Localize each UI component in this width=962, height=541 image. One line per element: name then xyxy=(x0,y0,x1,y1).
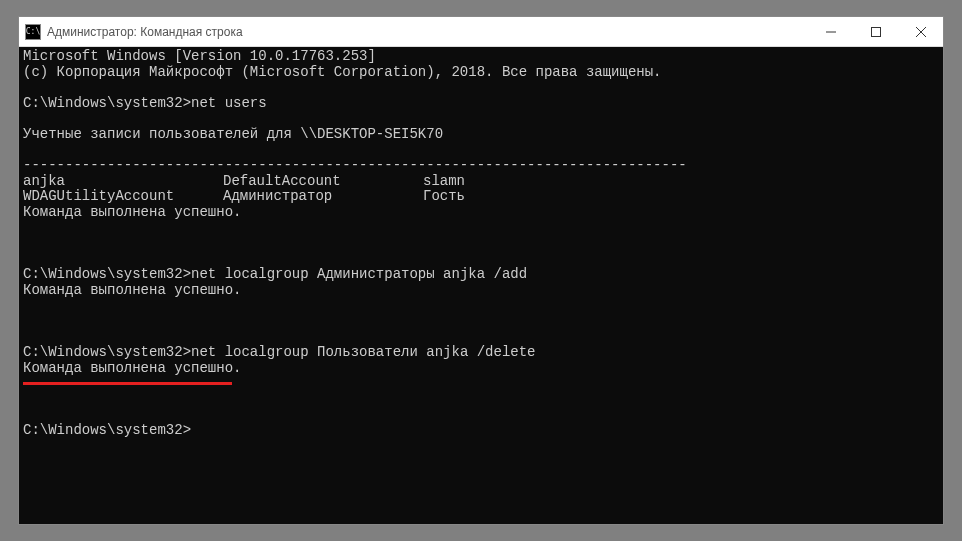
window-controls xyxy=(808,17,943,46)
close-button[interactable] xyxy=(898,17,943,46)
user-cell: WDAGUtilityAccount xyxy=(23,189,223,205)
user-row-2: WDAGUtilityAccountАдминистраторГость xyxy=(23,189,939,205)
red-underline-annotation xyxy=(23,382,232,385)
prompt-3: C:\Windows\system32> xyxy=(23,344,191,360)
user-cell: slamn xyxy=(423,174,623,190)
cmd-3: net localgroup Пользователи anjka /delet… xyxy=(191,344,535,360)
accounts-header: Учетные записи пользователей для \\DESKT… xyxy=(23,126,443,142)
cmd-icon-label: C:\ xyxy=(26,27,40,36)
prompt-1: C:\Windows\system32> xyxy=(23,95,191,111)
terminal-content[interactable]: Microsoft Windows [Version 10.0.17763.25… xyxy=(19,47,943,524)
success-2: Команда выполнена успешно. xyxy=(23,282,241,298)
cmd-1: net users xyxy=(191,95,267,111)
user-cell: Гость xyxy=(423,189,623,205)
user-cell: DefaultAccount xyxy=(223,174,423,190)
close-icon xyxy=(916,27,926,37)
success-3: Команда выполнена успешно. xyxy=(23,360,241,376)
version-line: Microsoft Windows [Version 10.0.17763.25… xyxy=(23,48,376,64)
user-cell: anjka xyxy=(23,174,223,190)
divider-line: ----------------------------------------… xyxy=(23,157,687,173)
prompt-2: C:\Windows\system32> xyxy=(23,266,191,282)
cmd-window: C:\ Администратор: Командная строка Micr… xyxy=(18,16,944,525)
maximize-button[interactable] xyxy=(853,17,898,46)
maximize-icon xyxy=(871,27,881,37)
prompt-4: C:\Windows\system32> xyxy=(23,422,191,438)
user-cell: Администратор xyxy=(223,189,423,205)
minimize-icon xyxy=(826,27,836,37)
user-row-1: anjkaDefaultAccountslamn xyxy=(23,174,939,190)
window-title: Администратор: Командная строка xyxy=(47,25,243,39)
cmd-icon: C:\ xyxy=(25,24,41,40)
cmd-2: net localgroup Администраторы anjka /add xyxy=(191,266,527,282)
svg-rect-1 xyxy=(871,27,880,36)
titlebar[interactable]: C:\ Администратор: Командная строка xyxy=(19,17,943,47)
success-1: Команда выполнена успешно. xyxy=(23,204,241,220)
copyright-line: (c) Корпорация Майкрософт (Microsoft Cor… xyxy=(23,64,662,80)
minimize-button[interactable] xyxy=(808,17,853,46)
